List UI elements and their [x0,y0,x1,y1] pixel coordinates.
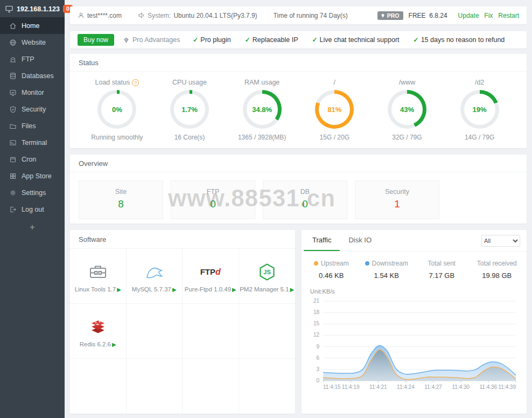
sidebar-item-ftp[interactable]: FTP [0,51,65,67]
stat-upstream: Upstream 0.46 KB [304,260,359,280]
start-icon[interactable]: ▶ [290,287,295,292]
promo-bar: Buy now Pro Advantages ✓Pro plugin ✓Repl… [70,31,527,48]
user-icon [78,12,85,19]
svg-text:11:4:19: 11:4:19 [342,384,360,390]
monitor-icon [5,5,13,13]
sidebar: 192.168.1.123 0 Home Website FTP Databas… [0,0,65,418]
sidebar-item-home[interactable]: Home [0,17,65,34]
sidebar-item-logout[interactable]: Log out [0,201,65,218]
sidebar-item-security[interactable]: Security [0,101,65,117]
downstream-dot-icon [365,261,369,266]
overview-card-security[interactable]: Security 1 [355,180,439,219]
overview-card-ftp[interactable]: FTP 0 [171,180,255,219]
sidebar-item-files[interactable]: Files [0,117,65,134]
software-empty-cell [183,359,239,414]
pro-badge[interactable]: PRO [377,11,403,20]
software-empty-cell [70,359,127,414]
check-icon: ✓ [414,36,419,44]
tab-traffic[interactable]: Traffic [304,230,340,251]
svg-text:11:4:30: 11:4:30 [452,384,470,390]
gauge-load-status: Load status? 0% Running smoothly [82,79,152,141]
sidebar-item-website[interactable]: Website [0,34,65,51]
add-menu-button[interactable]: + [0,218,65,237]
software-empty-cell [127,359,183,414]
overview-card-db[interactable]: DB 0 [263,180,347,219]
overview-cards: Site 8 FTP 0 DB 0 Security 1 [70,172,527,227]
software-item-pure-ftpd[interactable]: FTPd Pure-Ftpd 1.0.49▶ [183,249,239,304]
tab-disk-io[interactable]: Disk IO [340,230,380,251]
upstream-dot-icon [314,261,318,266]
database-icon [9,72,17,80]
redis-icon [88,318,108,336]
software-item-mysql[interactable]: MySQL 5.7.37▶ [127,249,183,304]
toolbox-icon [88,262,108,282]
sidebar-item-app-store[interactable]: App Store [0,168,65,184]
sidebar-item-monitor[interactable]: Monitor [0,84,65,101]
svg-text:3: 3 [316,366,319,372]
promo-feature: ✓15 days no reason to refund [414,36,505,44]
calendar-icon [9,156,17,163]
start-icon[interactable]: ▶ [172,287,177,292]
svg-text:9: 9 [316,344,319,350]
gauge-cpu: CPU usage 1.7% 16 Core(s) [155,79,225,141]
overview-title: Overview [70,155,527,172]
sidebar-item-settings[interactable]: Settings [0,184,65,201]
start-icon[interactable]: ▶ [112,342,116,347]
software-section: Software Linux Tools 1.7▶ MySQL 5.7.37▶ [70,230,295,414]
logout-icon [9,206,17,213]
traffic-chart: 03691215182111:4:1511:4:1911:4:2111:4:24… [306,296,521,397]
svg-text:15: 15 [313,321,320,326]
restart-link[interactable]: Restart [498,12,519,19]
software-empty-cell [239,359,296,414]
promo-feature: ✓Pro plugin [193,36,230,44]
pureftpd-icon: FTPd [200,267,221,277]
edition-label: FREE 6.8.24 [409,12,447,19]
account-item[interactable]: test****.com [78,12,122,19]
pro-advantages: Pro Advantages [123,36,180,44]
svg-text:12: 12 [313,332,320,338]
sidebar-item-terminal[interactable]: Terminal [0,134,65,151]
check-icon: ✓ [245,36,250,44]
help-icon[interactable]: ? [132,79,139,86]
uptime-item: Time of running 74 Day(s) [274,12,348,19]
svg-text:11:4:39: 11:4:39 [498,384,516,390]
chart-screen-icon [9,89,17,96]
gauge-ram: RAM usage 34.8% 1365 / 3928(MB) [227,79,297,141]
sidebar-nav: Home Website FTP Databases Monitor Secur… [0,17,65,218]
software-item-pm2[interactable]: JS PM2 Manager 5.1▶ [239,249,296,304]
svg-text:11:4:21: 11:4:21 [369,384,387,390]
chart-unit-label: Unit:KB/s [310,288,527,295]
buy-now-button[interactable]: Buy now [78,34,114,46]
overview-section: Overview Site 8 FTP 0 DB 0 Security 1 [70,155,527,224]
gem-icon [380,13,386,18]
promo-feature: ✓Replaceable IP [245,36,298,44]
software-item-linux-tools[interactable]: Linux Tools 1.7▶ [70,249,127,304]
svg-text:0: 0 [316,378,319,384]
monitor-section: Traffic Disk IO All Upstream 0.46 KB Dow… [302,230,527,414]
globe-icon [9,39,17,46]
gem-icon [123,37,130,44]
ftp-icon [9,55,17,63]
gauge-disk-www: /www 43% 32G / 79G [372,79,442,141]
svg-text:21: 21 [313,298,320,304]
status-section: Status Load status? 0% Running smoothly … [70,54,527,148]
shield-icon [9,106,17,113]
range-select[interactable]: All [481,235,520,247]
overview-card-site[interactable]: Site 8 [79,180,163,219]
svg-text:11:4:36: 11:4:36 [480,384,498,390]
traffic-stats: Upstream 0.46 KB Downstream 1.54 KB Tota… [302,252,527,282]
start-icon[interactable]: ▶ [232,287,236,292]
check-icon: ✓ [312,36,318,44]
folder-icon [9,122,17,130]
terminal-icon [9,139,17,147]
svg-text:11:4:27: 11:4:27 [424,384,442,390]
server-ip[interactable]: 192.168.1.123 0 [0,0,65,17]
sidebar-item-cron[interactable]: Cron [0,151,65,168]
app-window: 192.168.1.123 0 Home Website FTP Databas… [0,0,532,418]
svg-text:JS: JS [263,269,270,275]
sidebar-item-databases[interactable]: Databases [0,67,65,84]
fix-link[interactable]: Fix [484,12,493,19]
update-link[interactable]: Update [458,12,479,19]
start-icon[interactable]: ▶ [117,287,121,292]
software-item-redis[interactable]: Redis 6.2.6▶ [70,304,127,359]
